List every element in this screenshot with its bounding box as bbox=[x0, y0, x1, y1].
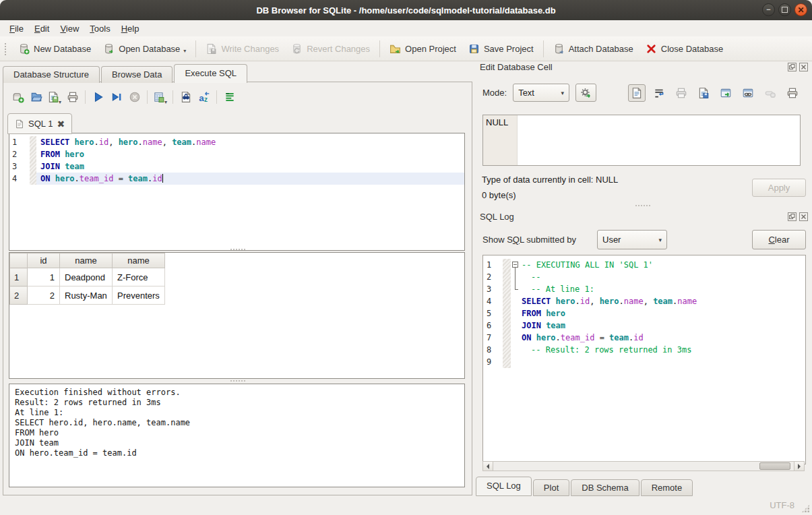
stop-icon bbox=[129, 91, 141, 103]
code-text: JOIN team bbox=[522, 320, 565, 332]
result-cell[interactable]: Rusty-Man bbox=[60, 286, 113, 305]
dock-tab-remote[interactable]: Remote bbox=[641, 479, 693, 496]
new-sql-tab-icon bbox=[12, 91, 24, 103]
scroll-right-icon[interactable] bbox=[794, 462, 804, 471]
new-sql-tab-button[interactable] bbox=[9, 88, 27, 106]
dropdown-arrow-icon[interactable]: ▾ bbox=[59, 99, 61, 106]
fold-marker-icon[interactable] bbox=[511, 259, 522, 271]
save-project-button[interactable]: Save Project bbox=[462, 40, 540, 58]
code-text: -- bbox=[522, 271, 540, 283]
tab-execute-sql[interactable]: Execute SQL bbox=[174, 64, 247, 83]
float-icon[interactable] bbox=[788, 212, 797, 221]
close-tab-icon[interactable]: ✖ bbox=[57, 119, 65, 129]
dock-tab-db-schema[interactable]: DB Schema bbox=[571, 479, 639, 496]
menu-file[interactable]: File bbox=[4, 22, 29, 36]
maximize-icon[interactable] bbox=[778, 3, 791, 16]
scroll-left-icon[interactable] bbox=[483, 462, 493, 471]
open-external-button[interactable] bbox=[717, 84, 735, 102]
toolbar-separator bbox=[85, 90, 86, 104]
main-toolbar: New DatabaseOpen Database▾Write ChangesR… bbox=[0, 36, 812, 61]
editor-line: 2FROM hero bbox=[9, 148, 464, 160]
toolbar-drag-handle[interactable] bbox=[4, 42, 7, 56]
dock-tab-plot[interactable]: Plot bbox=[533, 479, 569, 496]
splitter-handle[interactable] bbox=[480, 204, 805, 207]
toolbar-label: Revert Changes bbox=[307, 44, 370, 54]
format-sql-button[interactable] bbox=[220, 88, 239, 106]
splitter-handle[interactable] bbox=[3, 248, 472, 251]
dock-close-icon[interactable] bbox=[799, 63, 808, 71]
tab-browse-data[interactable]: Browse Data bbox=[101, 66, 173, 83]
fold-margin bbox=[30, 136, 36, 148]
log-filter-select[interactable]: User▾ bbox=[597, 230, 667, 249]
app-window: DB Browser for SQLite - /home/user/code/… bbox=[0, 0, 812, 515]
open-project-button[interactable]: Open Project bbox=[383, 40, 462, 58]
result-cell[interactable]: 2 bbox=[28, 286, 60, 305]
float-icon[interactable] bbox=[788, 63, 797, 71]
result-cell[interactable]: Deadpond bbox=[60, 268, 113, 286]
tab-database-structure[interactable]: Database Structure bbox=[3, 66, 100, 83]
scrollbar-thumb[interactable] bbox=[759, 462, 790, 470]
text-view-button[interactable] bbox=[628, 84, 646, 102]
execute-all-button[interactable] bbox=[89, 88, 107, 106]
fold-margin bbox=[503, 356, 511, 368]
log-horizontal-scrollbar[interactable] bbox=[482, 461, 805, 471]
line-number: 3 bbox=[483, 283, 503, 295]
dock-close-icon[interactable] bbox=[799, 212, 808, 221]
open-database-button[interactable]: Open Database▾ bbox=[97, 40, 192, 58]
mode-label: Mode: bbox=[482, 88, 507, 98]
close-database-button[interactable]: Close Database bbox=[639, 40, 730, 58]
toolbar-separator bbox=[195, 40, 196, 57]
print-button[interactable] bbox=[63, 88, 82, 106]
export-results-button[interactable]: ▾ bbox=[151, 88, 169, 106]
column-header[interactable]: name bbox=[60, 253, 113, 268]
print-cell-button[interactable] bbox=[784, 84, 801, 102]
line-number: 6 bbox=[483, 320, 503, 332]
dropdown-arrow-icon[interactable]: ▾ bbox=[183, 48, 186, 55]
column-header[interactable]: id bbox=[28, 253, 60, 268]
column-header[interactable]: name bbox=[113, 253, 165, 268]
export-file-button[interactable] bbox=[695, 84, 712, 102]
minimize-icon[interactable]: − bbox=[762, 3, 775, 16]
fold-column bbox=[511, 356, 522, 368]
save-sql-file-button[interactable]: ▾ bbox=[45, 88, 63, 106]
attach-database-icon bbox=[553, 43, 565, 55]
execution-message[interactable]: Execution finished without errors. Resul… bbox=[9, 384, 465, 487]
mode-select[interactable]: Text▾ bbox=[513, 84, 569, 102]
menu-edit[interactable]: Edit bbox=[29, 22, 55, 36]
clear-button[interactable]: Clear bbox=[752, 230, 806, 249]
sql-editor[interactable]: 1SELECT hero.id, hero.name, team.name2FR… bbox=[9, 133, 465, 251]
cell-editor[interactable]: NULL bbox=[482, 115, 801, 166]
execute-line-button[interactable] bbox=[107, 88, 125, 106]
toolbar-label: Write Changes bbox=[221, 44, 279, 54]
menu-help[interactable]: Help bbox=[116, 22, 145, 36]
menu-view[interactable]: View bbox=[55, 22, 84, 36]
result-cell[interactable]: 1 bbox=[28, 268, 60, 286]
copy-link-button[interactable] bbox=[739, 84, 757, 102]
autocomplete-button[interactable]: az bbox=[195, 88, 213, 106]
result-cell[interactable]: Preventers bbox=[113, 286, 165, 305]
resize-grip[interactable] bbox=[801, 504, 810, 513]
tab-sql-1[interactable]: SQL 1 ✖ bbox=[7, 113, 72, 134]
find-in-sql-icon bbox=[180, 91, 192, 103]
dock-tab-sql-log[interactable]: SQL Log bbox=[476, 477, 532, 496]
dropdown-arrow-icon[interactable]: ▾ bbox=[164, 99, 167, 106]
row-header[interactable]: 2 bbox=[10, 286, 28, 305]
new-database-button[interactable]: New Database bbox=[12, 40, 97, 58]
gear-apply-icon[interactable] bbox=[575, 84, 596, 102]
titlebar[interactable]: DB Browser for SQLite - /home/user/code/… bbox=[0, 0, 812, 20]
word-wrap-button[interactable] bbox=[650, 84, 668, 102]
close-icon[interactable]: ✕ bbox=[794, 3, 807, 16]
open-sql-file-button[interactable] bbox=[27, 88, 45, 106]
result-cell[interactable]: Z-Force bbox=[113, 268, 165, 286]
find-in-sql-button[interactable] bbox=[177, 88, 195, 106]
sql-log-title: SQL Log bbox=[480, 212, 514, 222]
sql-log-view[interactable]: 1-- EXECUTING ALL IN 'SQL 1'2--3-- At li… bbox=[482, 255, 806, 464]
fold-marker-icon bbox=[511, 271, 522, 283]
menu-tools[interactable]: Tools bbox=[84, 22, 115, 36]
corner-header[interactable] bbox=[10, 253, 28, 268]
splitter-handle[interactable] bbox=[3, 380, 472, 382]
word-wrap-icon bbox=[653, 87, 665, 99]
attach-database-button[interactable]: Attach Database bbox=[547, 40, 639, 58]
row-header[interactable]: 1 bbox=[10, 268, 28, 286]
fold-margin bbox=[503, 283, 511, 295]
